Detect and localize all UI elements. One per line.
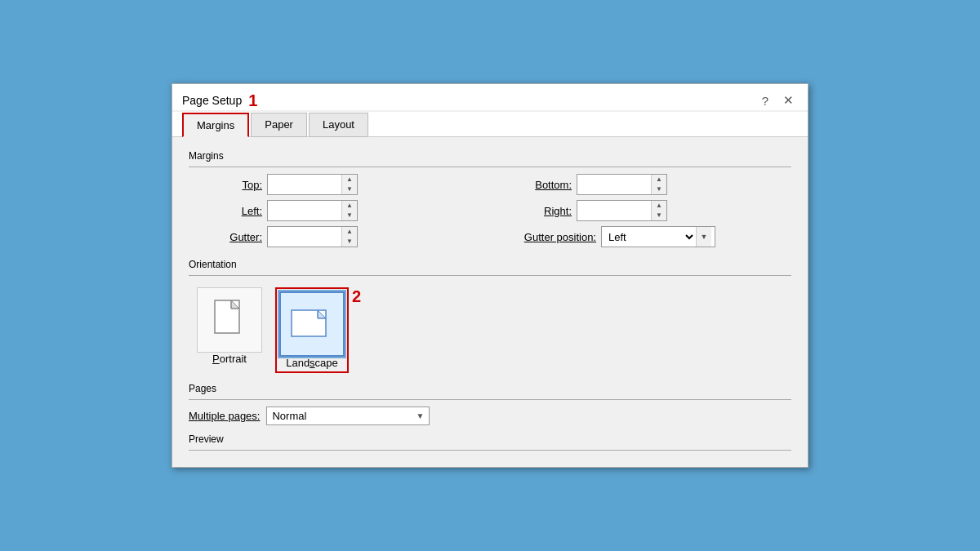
preview-section: Preview xyxy=(189,433,791,451)
gutter-pos-drop[interactable]: ▼ xyxy=(697,227,711,247)
landscape-svg xyxy=(290,307,335,341)
bottom-spinbox-btns: ▲ ▼ xyxy=(651,175,666,194)
annotation-1: 1 xyxy=(248,91,257,110)
dialog-title: Page Setup xyxy=(182,94,242,107)
portrait-option[interactable]: PPortraitortrait xyxy=(197,287,262,373)
gutter-pos-select[interactable]: Left Top ▼ xyxy=(601,226,715,247)
orientation-section: Orientation xyxy=(189,259,791,373)
preview-title: Preview xyxy=(189,433,791,445)
gutter-pos-field-row: Gutter position: Left Top ▼ xyxy=(498,226,791,247)
gutter-input[interactable]: 0 cm xyxy=(268,227,341,247)
left-field-row: Left: 2.54 cm ▲ ▼ xyxy=(189,200,482,221)
margins-divider xyxy=(189,167,791,167)
left-spinbox-btns: ▲ ▼ xyxy=(341,201,357,220)
left-input[interactable]: 2.54 cm xyxy=(268,201,341,220)
orientation-title: Orientation xyxy=(189,259,791,270)
landscape-icon[interactable] xyxy=(279,291,345,357)
landscape-wrapper: Landscape 2 xyxy=(275,287,361,373)
multiple-pages-dropdown[interactable]: Normal ▼ xyxy=(266,407,430,425)
tab-layout-label: Layout xyxy=(323,118,354,131)
bottom-input[interactable]: 2.54 cm xyxy=(577,175,651,194)
pages-row: Multiple pages: Normal ▼ xyxy=(189,407,791,425)
right-field-row: Right: 2.54 cm ▲ ▼ xyxy=(498,200,791,221)
page-setup-dialog: Page Setup 1 ? ✕ Margins Paper Layout Ma… xyxy=(172,83,808,468)
top-input[interactable]: 2.54 cm xyxy=(268,175,341,194)
pages-section: Pages Multiple pages: Normal ▼ xyxy=(189,383,791,425)
title-bar-left: Page Setup 1 xyxy=(182,91,257,110)
margins-grid: Top: 2.54 cm ▲ ▼ Bottom: 2.54 cm xyxy=(189,174,791,247)
close-button[interactable]: ✕ xyxy=(778,91,798,110)
annotation-2: 2 xyxy=(352,287,361,306)
bottom-spin-up[interactable]: ▲ xyxy=(652,175,666,184)
title-bar: Page Setup 1 ? ✕ xyxy=(172,84,808,110)
right-spinbox[interactable]: 2.54 cm ▲ ▼ xyxy=(577,200,667,221)
bottom-spin-down[interactable]: ▼ xyxy=(652,184,666,194)
gutter-label: Gutter: xyxy=(189,231,262,243)
gutter-spinbox[interactable]: 0 cm ▲ ▼ xyxy=(267,226,358,247)
gutter-field-row: Gutter: 0 cm ▲ ▼ xyxy=(189,226,482,247)
tabs-row: Margins Paper Layout xyxy=(172,112,808,137)
left-spin-up[interactable]: ▲ xyxy=(342,201,357,211)
pages-title: Pages xyxy=(189,383,791,394)
multiple-pages-arrow: ▼ xyxy=(416,411,425,420)
right-input[interactable]: 2.54 cm xyxy=(577,201,651,220)
portrait-svg xyxy=(213,299,246,341)
right-spin-down[interactable]: ▼ xyxy=(652,211,666,220)
top-spin-up[interactable]: ▲ xyxy=(342,175,357,184)
tab-paper[interactable]: Paper xyxy=(251,113,307,137)
dialog-body: Margins Top: 2.54 cm ▲ ▼ Bottom: xyxy=(172,137,808,467)
tab-paper-label: Paper xyxy=(265,118,293,131)
left-spin-down[interactable]: ▼ xyxy=(342,211,357,220)
landscape-selected-outer: Landscape xyxy=(275,287,349,373)
bottom-field-row: Bottom: 2.54 cm ▲ ▼ xyxy=(498,174,791,195)
help-button[interactable]: ? xyxy=(755,91,775,110)
gutter-pos-arrow: ▼ xyxy=(696,227,711,247)
orientation-divider xyxy=(189,275,791,276)
gutter-spin-down[interactable]: ▼ xyxy=(342,237,357,247)
top-spin-down[interactable]: ▼ xyxy=(342,184,357,194)
landscape-label: Landscape xyxy=(286,357,338,369)
right-spin-up[interactable]: ▲ xyxy=(652,201,666,211)
bottom-label: Bottom: xyxy=(498,179,572,191)
top-field-row: Top: 2.54 cm ▲ ▼ xyxy=(189,174,482,195)
title-bar-right: ? ✕ xyxy=(755,91,798,110)
orientation-options: PPortraitortrait xyxy=(197,287,361,373)
preview-divider xyxy=(189,450,791,451)
pages-divider xyxy=(189,399,791,400)
gutter-pos-input[interactable]: Left Top xyxy=(602,227,696,247)
top-label: Top: xyxy=(189,179,262,191)
tab-margins[interactable]: Margins xyxy=(182,113,249,137)
tab-margins-label: Margins xyxy=(197,119,234,131)
multiple-pages-label: Multiple pages: xyxy=(189,410,260,422)
margins-section-title: Margins xyxy=(189,150,791,162)
multiple-pages-value: Normal xyxy=(272,410,306,422)
top-spinbox[interactable]: 2.54 cm ▲ ▼ xyxy=(267,174,358,195)
portrait-icon[interactable] xyxy=(197,287,262,353)
gutter-pos-label: Gutter position: xyxy=(498,231,596,243)
tab-layout[interactable]: Layout xyxy=(309,113,368,137)
left-label: Left: xyxy=(189,205,262,217)
left-spinbox[interactable]: 2.54 cm ▲ ▼ xyxy=(267,200,358,221)
gutter-spinbox-btns: ▲ ▼ xyxy=(341,227,357,247)
bottom-spinbox[interactable]: 2.54 cm ▲ ▼ xyxy=(577,174,667,195)
top-spinbox-btns: ▲ ▼ xyxy=(341,175,357,194)
portrait-label: PPortraitortrait xyxy=(212,353,247,365)
gutter-spin-up[interactable]: ▲ xyxy=(342,227,357,237)
right-label: Right: xyxy=(498,205,572,217)
landscape-option[interactable]: Landscape xyxy=(279,291,345,369)
right-spinbox-btns: ▲ ▼ xyxy=(651,201,666,220)
